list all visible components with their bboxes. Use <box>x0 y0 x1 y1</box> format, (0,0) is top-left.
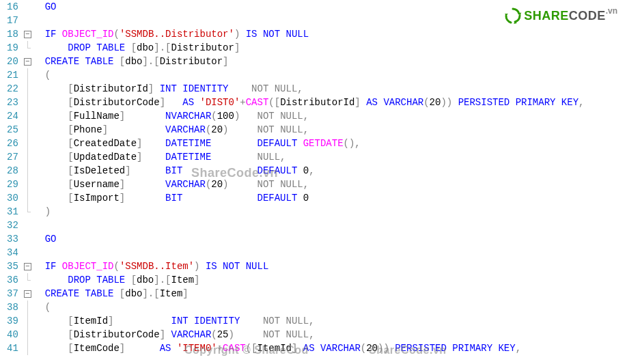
fold-guide <box>23 219 32 232</box>
fold-guide <box>23 178 32 191</box>
code-editor[interactable]: 1617181920212223242526272829303132333435… <box>0 0 627 364</box>
line-number: 21 <box>7 68 18 82</box>
line-number: 31 <box>7 205 18 219</box>
line-number: 33 <box>7 232 18 246</box>
code-line[interactable]: ) <box>33 205 627 219</box>
fold-guide <box>23 0 32 14</box>
line-number: 32 <box>7 219 18 232</box>
fold-column[interactable] <box>23 0 32 364</box>
fold-guide <box>23 191 32 205</box>
line-number: 30 <box>7 191 18 205</box>
line-number: 35 <box>7 260 18 273</box>
code-line[interactable]: [ItemId] INT IDENTITY NOT NULL, <box>33 314 627 328</box>
fold-guide <box>23 41 32 55</box>
line-number: 37 <box>7 287 18 300</box>
fold-guide <box>23 123 32 137</box>
line-number: 17 <box>7 14 18 27</box>
fold-guide <box>23 96 32 109</box>
code-line[interactable]: [UpdatedDate] DATETIME NULL, <box>33 150 627 164</box>
code-line[interactable]: IF OBJECT_ID('SSMDB..Distributor') IS NO… <box>33 27 627 41</box>
fold-guide <box>23 164 32 178</box>
line-number: 22 <box>7 82 18 96</box>
line-number: 36 <box>7 273 18 287</box>
line-number: 20 <box>7 55 18 68</box>
code-line[interactable]: [CreatedDate] DATETIME DEFAULT GETDATE()… <box>33 137 627 150</box>
code-line[interactable]: IF OBJECT_ID('SSMDB..Item') IS NOT NULL <box>33 260 627 273</box>
code-line[interactable]: DROP TABLE [dbo].[Distributor] <box>33 41 627 55</box>
code-line[interactable] <box>33 246 627 260</box>
fold-toggle-icon[interactable] <box>23 287 32 300</box>
line-number: 27 <box>7 150 18 164</box>
line-number: 23 <box>7 96 18 109</box>
line-number: 34 <box>7 246 18 260</box>
code-line[interactable] <box>33 219 627 232</box>
fold-guide <box>23 205 32 219</box>
code-line[interactable]: [DistributorCode] AS 'DIST0'+CAST([Distr… <box>33 96 627 109</box>
line-number: 25 <box>7 123 18 137</box>
code-area[interactable]: GO IF OBJECT_ID('SSMDB..Distributor') IS… <box>32 0 627 364</box>
fold-guide <box>23 109 32 123</box>
line-number: 24 <box>7 109 18 123</box>
code-line[interactable]: [IsDeleted] BIT DEFAULT 0, <box>33 164 627 178</box>
fold-guide <box>23 328 32 341</box>
line-number: 41 <box>7 341 18 355</box>
line-number: 26 <box>7 137 18 150</box>
line-number: 18 <box>7 27 18 41</box>
line-number: 39 <box>7 314 18 328</box>
fold-guide <box>23 273 32 287</box>
line-number: 19 <box>7 41 18 55</box>
line-number-gutter: 1617181920212223242526272829303132333435… <box>0 0 23 364</box>
code-line[interactable]: GO <box>33 232 627 246</box>
fold-guide <box>23 314 32 328</box>
code-line[interactable]: [ItemCode] AS 'ITEM0'+CAST([ItemId] AS V… <box>33 341 627 355</box>
fold-guide <box>23 14 32 27</box>
code-line[interactable]: ( <box>33 300 627 314</box>
code-line[interactable]: DROP TABLE [dbo].[Item] <box>33 273 627 287</box>
fold-guide <box>23 68 32 82</box>
fold-guide <box>23 246 32 260</box>
line-number: 16 <box>7 0 18 14</box>
fold-toggle-icon[interactable] <box>23 260 32 273</box>
code-line[interactable]: ( <box>33 68 627 82</box>
code-line[interactable]: [DistributorId] INT IDENTITY NOT NULL, <box>33 82 627 96</box>
line-number: 38 <box>7 300 18 314</box>
fold-guide <box>23 341 32 355</box>
code-line[interactable]: CREATE TABLE [dbo].[Item] <box>33 287 627 300</box>
fold-guide <box>23 137 32 150</box>
line-number: 28 <box>7 164 18 178</box>
line-number: 29 <box>7 178 18 191</box>
code-line[interactable] <box>33 14 627 27</box>
code-line[interactable]: [Username] VARCHAR(20) NOT NULL, <box>33 178 627 191</box>
fold-toggle-icon[interactable] <box>23 27 32 41</box>
code-line[interactable]: [FullName] NVARCHAR(100) NOT NULL, <box>33 109 627 123</box>
code-line[interactable]: [DistributorCode] VARCHAR(25) NOT NULL, <box>33 328 627 341</box>
code-line[interactable]: [IsImport] BIT DEFAULT 0 <box>33 191 627 205</box>
line-number: 40 <box>7 328 18 341</box>
code-line[interactable]: CREATE TABLE [dbo].[Distributor] <box>33 55 627 68</box>
code-line[interactable]: [Phone] VARCHAR(20) NOT NULL, <box>33 123 627 137</box>
fold-guide <box>23 232 32 246</box>
code-line[interactable]: GO <box>33 0 627 14</box>
fold-guide <box>23 82 32 96</box>
fold-guide <box>23 300 32 314</box>
fold-toggle-icon[interactable] <box>23 55 32 68</box>
fold-guide <box>23 150 32 164</box>
